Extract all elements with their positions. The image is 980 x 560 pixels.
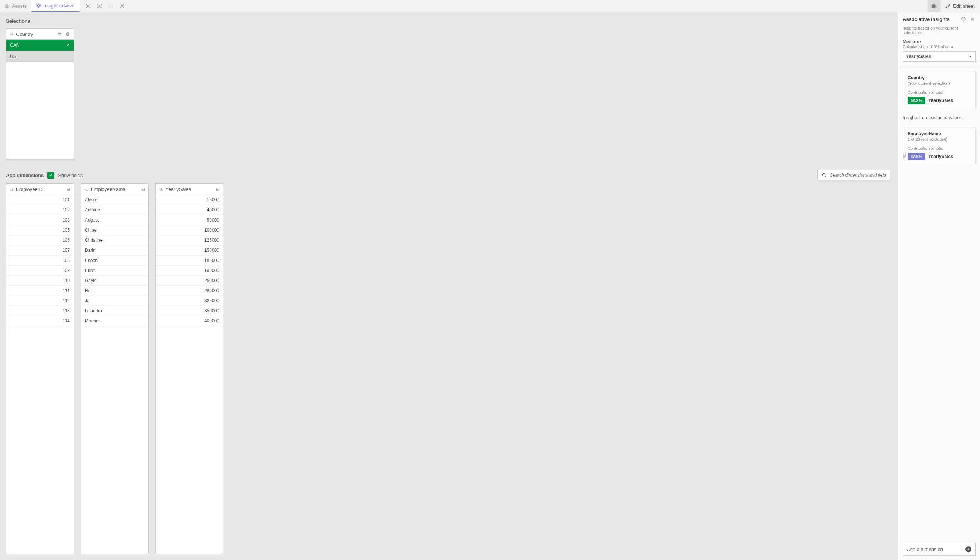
list-item[interactable]: Antoine: [81, 205, 148, 215]
list-item[interactable]: 110: [7, 276, 73, 286]
svg-rect-9: [932, 7, 934, 8]
search-icon: [822, 173, 827, 178]
list-icon[interactable]: [216, 187, 220, 192]
svg-rect-8: [934, 4, 936, 6]
plus-icon: +: [965, 546, 972, 552]
list-item[interactable]: August: [81, 215, 148, 225]
measure-select[interactable]: YearlySales: [903, 51, 975, 62]
step-forward-icon: [105, 1, 116, 11]
list-icon[interactable]: [66, 187, 71, 192]
insight-excluded-sub: 1 of 20 (5% excluded): [908, 137, 971, 142]
list-item[interactable]: 350000: [156, 306, 223, 316]
search-dimensions-input[interactable]: [830, 173, 886, 178]
list-item[interactable]: 111: [7, 286, 73, 296]
list-item[interactable]: 103: [7, 215, 73, 225]
chevron-down-icon: [968, 55, 972, 58]
list-item[interactable]: 250000: [156, 276, 223, 286]
list-item[interactable]: Ja: [81, 296, 148, 306]
close-icon[interactable]: [970, 16, 975, 22]
list-item[interactable]: Lisandra: [81, 306, 148, 316]
selection-value[interactable]: US: [7, 51, 73, 62]
svg-point-4: [37, 4, 41, 8]
selection-field-name: Country: [16, 32, 54, 37]
list-item[interactable]: 190000: [156, 266, 223, 276]
list-item[interactable]: Christine: [81, 235, 148, 245]
tab-assets[interactable]: Assets: [0, 0, 32, 12]
measure-select-value: YearlySales: [906, 54, 931, 59]
smart-search-icon[interactable]: [83, 1, 93, 11]
list-item[interactable]: Holli: [81, 286, 148, 296]
field-list-box: EmployeeID101102103105106107108109110111…: [6, 183, 74, 554]
list-item[interactable]: 114: [7, 316, 73, 326]
assets-icon: [5, 3, 10, 8]
list-item[interactable]: 50000: [156, 215, 223, 225]
clear-selections-icon[interactable]: [117, 1, 127, 11]
svg-rect-1: [7, 4, 9, 6]
add-dimension-button[interactable]: Add a dimension +: [903, 543, 975, 555]
add-dimension-label: Add a dimension: [907, 547, 943, 552]
list-item[interactable]: 280000: [156, 286, 223, 296]
search-icon[interactable]: [159, 187, 163, 192]
list-item[interactable]: 150000: [156, 245, 223, 255]
list-item[interactable]: Enoch: [81, 255, 148, 266]
app-dimensions-title: App dimensions: [6, 173, 44, 178]
list-item[interactable]: 100000: [156, 225, 223, 235]
insight-excluded-name: EmployeeName: [908, 131, 971, 137]
svg-point-17: [85, 188, 87, 190]
check-icon: [66, 43, 70, 48]
insight-card-excluded[interactable]: EmployeeName 1 of 20 (5% excluded) Contr…: [903, 127, 975, 164]
insight-current-badge: 62.2%: [908, 97, 925, 104]
list-item[interactable]: 40000: [156, 205, 223, 215]
list-item[interactable]: 400000: [156, 316, 223, 326]
tab-assets-label: Assets: [12, 3, 27, 9]
list-item[interactable]: 112: [7, 296, 73, 306]
list-item[interactable]: 106: [7, 235, 73, 245]
svg-point-11: [10, 33, 12, 35]
step-back-icon[interactable]: [94, 1, 105, 11]
list-item[interactable]: 325000: [156, 296, 223, 306]
clear-icon[interactable]: [65, 31, 71, 37]
search-icon[interactable]: [9, 187, 14, 192]
tab-insight-advisor[interactable]: Insight Advisor: [32, 0, 80, 12]
insight-card-current[interactable]: Country (Your current selection) Contrib…: [903, 71, 975, 108]
list-item[interactable]: 15000: [156, 195, 223, 205]
selection-value[interactable]: CAN: [7, 40, 73, 51]
list-item[interactable]: 109: [7, 266, 73, 276]
list-item[interactable]: Mariam: [81, 316, 148, 326]
list-item[interactable]: Alyson: [81, 195, 148, 205]
list-item[interactable]: 107: [7, 245, 73, 255]
svg-point-19: [160, 188, 162, 190]
list-item[interactable]: 102: [7, 205, 73, 215]
show-fields-checkbox[interactable]: [47, 172, 54, 178]
insight-current-contr: Contribution to total: [908, 90, 971, 95]
list-item[interactable]: Gayle: [81, 276, 148, 286]
search-icon[interactable]: [9, 32, 14, 36]
list-item[interactable]: 108: [7, 255, 73, 266]
list-item[interactable]: 105: [7, 225, 73, 235]
list-item[interactable]: 113: [7, 306, 73, 316]
list-item[interactable]: Darin: [81, 245, 148, 255]
insights-excluded-title: Insights from excluded values:: [898, 113, 980, 123]
measure-label: Measure: [903, 39, 975, 45]
insight-advisor-icon: [36, 3, 41, 8]
insight-excluded-contr: Contribution to total: [908, 146, 971, 150]
insight-current-badge-label: YearlySales: [928, 98, 953, 103]
insight-excluded-badge-label: YearlySales: [928, 154, 953, 159]
list-item[interactable]: 185000: [156, 255, 223, 266]
search-icon[interactable]: [84, 187, 88, 192]
help-icon[interactable]: [960, 16, 967, 22]
sparkline-icon: [902, 150, 909, 162]
grid-layout-toggle[interactable]: [928, 0, 940, 12]
list-item[interactable]: Erinn: [81, 266, 148, 276]
edit-sheet-button[interactable]: Edit sheet: [940, 0, 980, 12]
list-icon[interactable]: [57, 31, 62, 37]
list-item[interactable]: 101: [7, 195, 73, 205]
list-item[interactable]: Chloe: [81, 225, 148, 235]
svg-point-6: [121, 6, 122, 7]
selection-field-box: Country CANUS: [6, 28, 74, 160]
list-icon[interactable]: [141, 187, 145, 192]
field-list-name: EmployeeID: [16, 187, 64, 192]
search-dimensions-box[interactable]: [817, 170, 890, 180]
selections-title: Selections: [6, 18, 892, 24]
list-item[interactable]: 125000: [156, 235, 223, 245]
